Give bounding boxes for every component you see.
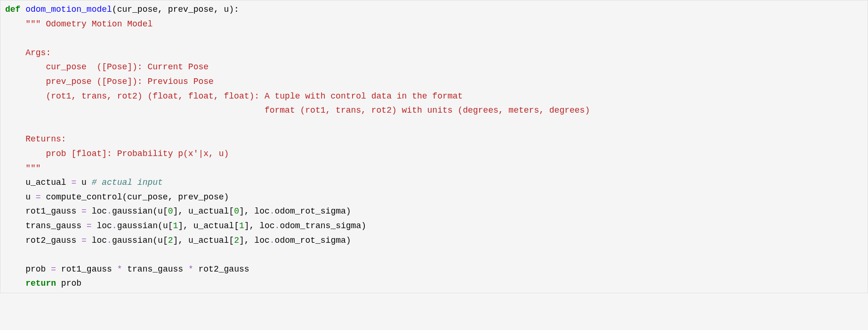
line5-e: ], loc: [239, 236, 270, 245]
line3-b: loc: [87, 206, 107, 216]
num: 1: [239, 221, 244, 231]
attr: odom_rot_sigma: [275, 236, 346, 245]
line1-b: u: [76, 178, 91, 187]
num: 0: [234, 206, 239, 216]
dot: .: [270, 206, 275, 216]
line4-d: ], u_actual[: [178, 221, 239, 231]
line3-d: ], u_actual[: [173, 206, 234, 216]
line6-d: rot2_gauss: [193, 264, 249, 274]
line5-d: ], u_actual[: [173, 236, 234, 245]
num: 1: [173, 221, 178, 231]
docstring-arg2: prev_pose ([Pose]): Previous Pose: [5, 77, 214, 86]
num: 2: [234, 236, 239, 245]
keyword-def: def: [5, 5, 20, 14]
docstring-close: """: [5, 164, 41, 173]
docstring-args-label: Args:: [5, 48, 51, 58]
op-eq: =: [71, 178, 76, 187]
docstring-returns-val: prob [float]: Probability p(x'|x, u): [5, 149, 229, 158]
gaussian-call: gaussian: [112, 206, 153, 216]
docstring-arg3: (rot1, trans, rot2) (float, float, float…: [5, 91, 463, 101]
line6-b: rot1_gauss: [56, 264, 117, 274]
line7-b: prob: [56, 279, 81, 288]
op-mul: *: [188, 264, 193, 274]
line4-e: ], loc: [244, 221, 275, 231]
dot: .: [270, 236, 275, 245]
code-block: def odom_motion_model(cur_pose, prev_pos…: [0, 0, 868, 293]
line7-indent: [5, 279, 25, 288]
num: 2: [168, 236, 173, 245]
gaussian-call: gaussian: [117, 221, 158, 231]
line3-f: ): [346, 206, 351, 216]
line5-b: loc: [87, 236, 107, 245]
attr: odom_rot_sigma: [275, 206, 346, 216]
gaussian-call: gaussian: [112, 236, 153, 245]
line2-a: u: [5, 192, 36, 202]
docstring-open: """ Odometry Motion Model: [25, 19, 153, 29]
line3-e: ], loc: [239, 206, 270, 216]
op-mul: *: [117, 264, 122, 274]
op-eq: =: [87, 221, 92, 231]
line6-c: trans_gauss: [122, 264, 188, 274]
docstring-arg1: cur_pose ([Pose]): Current Pose: [5, 62, 209, 72]
op-eq: =: [51, 264, 56, 274]
line3-a: rot1_gauss: [5, 206, 81, 216]
line3-c: (u[: [153, 206, 168, 216]
line6-a: prob: [5, 264, 51, 274]
op-eq: =: [81, 206, 87, 216]
line2-b: compute_control(cur_pose, prev_pose): [41, 192, 229, 202]
line5-c: (u[: [153, 236, 168, 245]
num: 0: [168, 206, 173, 216]
params: (cur_pose, prev_pose, u):: [112, 5, 239, 14]
docstring-arg3b: format (rot1, trans, rot2) with units (d…: [5, 106, 590, 115]
line4-c: (u[: [158, 221, 173, 231]
dot: .: [107, 236, 112, 245]
line5-f: ): [346, 236, 351, 245]
line4-f: ): [361, 221, 366, 231]
comment: # actual input: [92, 178, 163, 187]
line5-a: rot2_gauss: [5, 236, 81, 245]
line1-a: u_actual: [5, 178, 71, 187]
line4-b: loc: [92, 221, 112, 231]
dot: .: [112, 221, 117, 231]
dot: .: [275, 221, 280, 231]
op-eq: =: [36, 192, 41, 202]
keyword-return: return: [25, 279, 56, 288]
function-name: odom_motion_model: [25, 5, 112, 14]
line4-a: trans_gauss: [5, 221, 87, 231]
op-eq: =: [81, 236, 87, 245]
docstring-returns-label: Returns:: [5, 134, 66, 144]
dot: .: [107, 206, 112, 216]
attr: odom_trans_sigma: [280, 221, 361, 231]
